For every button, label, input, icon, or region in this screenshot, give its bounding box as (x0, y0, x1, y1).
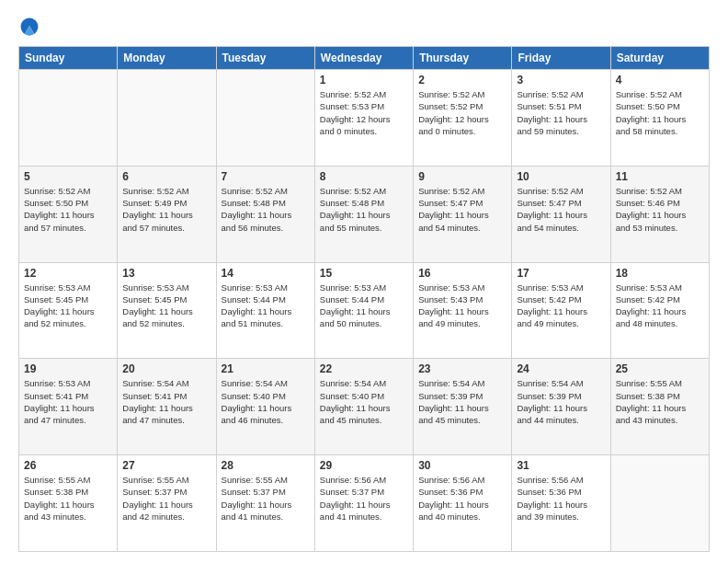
day-cell: 30Sunrise: 5:56 AM Sunset: 5:36 PM Dayli… (414, 455, 512, 552)
day-number: 13 (122, 267, 210, 280)
day-number: 15 (320, 267, 408, 280)
day-cell: 21Sunrise: 5:54 AM Sunset: 5:40 PM Dayli… (216, 359, 314, 455)
day-number: 2 (418, 74, 506, 86)
day-number: 7 (222, 170, 310, 183)
day-number: 24 (517, 362, 605, 375)
day-cell (118, 70, 216, 167)
day-info: Sunrise: 5:55 AM Sunset: 5:38 PM Dayligh… (24, 474, 112, 523)
day-number: 10 (517, 170, 605, 183)
day-number: 27 (122, 459, 210, 472)
calendar-table: SundayMondayTuesdayWednesdayThursdayFrid… (18, 46, 710, 552)
day-cell: 24Sunrise: 5:54 AM Sunset: 5:39 PM Dayli… (512, 359, 610, 455)
week-row-4: 26Sunrise: 5:55 AM Sunset: 5:38 PM Dayli… (19, 455, 710, 552)
day-cell: 23Sunrise: 5:54 AM Sunset: 5:39 PM Dayli… (414, 359, 512, 455)
day-info: Sunrise: 5:52 AM Sunset: 5:49 PM Dayligh… (122, 185, 210, 234)
header-tuesday: Tuesday (216, 47, 314, 70)
day-cell: 20Sunrise: 5:54 AM Sunset: 5:41 PM Dayli… (118, 359, 216, 455)
day-number: 17 (517, 267, 605, 280)
header-saturday: Saturday (610, 47, 709, 70)
day-info: Sunrise: 5:54 AM Sunset: 5:40 PM Dayligh… (320, 377, 408, 426)
day-cell: 10Sunrise: 5:52 AM Sunset: 5:47 PM Dayli… (512, 166, 610, 262)
header-row: SundayMondayTuesdayWednesdayThursdayFrid… (19, 47, 710, 70)
day-info: Sunrise: 5:52 AM Sunset: 5:48 PM Dayligh… (222, 185, 310, 234)
day-info: Sunrise: 5:52 AM Sunset: 5:53 PM Dayligh… (320, 88, 408, 137)
day-info: Sunrise: 5:53 AM Sunset: 5:44 PM Dayligh… (222, 282, 310, 330)
logo (18, 15, 42, 37)
day-cell (19, 70, 118, 167)
day-number: 23 (418, 362, 506, 375)
day-cell: 2Sunrise: 5:52 AM Sunset: 5:52 PM Daylig… (414, 70, 512, 167)
week-row-1: 5Sunrise: 5:52 AM Sunset: 5:50 PM Daylig… (19, 166, 710, 262)
day-cell: 7Sunrise: 5:52 AM Sunset: 5:48 PM Daylig… (216, 166, 314, 262)
day-info: Sunrise: 5:52 AM Sunset: 5:47 PM Dayligh… (517, 185, 605, 234)
header-monday: Monday (118, 47, 216, 70)
day-cell: 4Sunrise: 5:52 AM Sunset: 5:50 PM Daylig… (610, 70, 709, 167)
day-info: Sunrise: 5:56 AM Sunset: 5:36 PM Dayligh… (517, 474, 605, 523)
day-number: 29 (320, 459, 408, 472)
day-number: 9 (418, 170, 506, 183)
day-number: 3 (517, 74, 605, 86)
day-cell: 16Sunrise: 5:53 AM Sunset: 5:43 PM Dayli… (414, 262, 512, 359)
day-number: 30 (418, 459, 506, 472)
header-wednesday: Wednesday (314, 47, 413, 70)
day-info: Sunrise: 5:54 AM Sunset: 5:41 PM Dayligh… (122, 377, 210, 426)
day-number: 4 (616, 74, 704, 86)
day-cell: 18Sunrise: 5:53 AM Sunset: 5:42 PM Dayli… (610, 262, 709, 359)
calendar-page: SundayMondayTuesdayWednesdayThursdayFrid… (0, 0, 728, 563)
day-number: 14 (222, 267, 310, 280)
day-cell: 12Sunrise: 5:53 AM Sunset: 5:45 PM Dayli… (19, 262, 118, 359)
day-cell: 31Sunrise: 5:56 AM Sunset: 5:36 PM Dayli… (512, 455, 610, 552)
week-row-0: 1Sunrise: 5:52 AM Sunset: 5:53 PM Daylig… (19, 70, 710, 167)
day-info: Sunrise: 5:52 AM Sunset: 5:47 PM Dayligh… (418, 185, 506, 234)
day-number: 8 (320, 170, 408, 183)
header-friday: Friday (512, 47, 610, 70)
day-cell (216, 70, 314, 167)
day-cell: 19Sunrise: 5:53 AM Sunset: 5:41 PM Dayli… (19, 359, 118, 455)
day-info: Sunrise: 5:53 AM Sunset: 5:45 PM Dayligh… (24, 282, 112, 330)
day-number: 12 (24, 267, 112, 280)
day-number: 25 (616, 362, 704, 375)
day-number: 5 (24, 170, 112, 183)
day-cell: 28Sunrise: 5:55 AM Sunset: 5:37 PM Dayli… (216, 455, 314, 552)
day-number: 6 (122, 170, 210, 183)
day-cell (610, 455, 709, 552)
day-cell: 3Sunrise: 5:52 AM Sunset: 5:51 PM Daylig… (512, 70, 610, 167)
day-cell: 27Sunrise: 5:55 AM Sunset: 5:37 PM Dayli… (118, 455, 216, 552)
day-info: Sunrise: 5:53 AM Sunset: 5:42 PM Dayligh… (616, 282, 704, 330)
day-cell: 14Sunrise: 5:53 AM Sunset: 5:44 PM Dayli… (216, 262, 314, 359)
day-info: Sunrise: 5:53 AM Sunset: 5:44 PM Dayligh… (320, 282, 408, 330)
day-info: Sunrise: 5:55 AM Sunset: 5:38 PM Dayligh… (616, 377, 704, 426)
day-number: 1 (320, 74, 408, 86)
calendar-header: SundayMondayTuesdayWednesdayThursdayFrid… (19, 47, 710, 70)
header (18, 15, 710, 37)
day-number: 20 (122, 362, 210, 375)
day-number: 16 (418, 267, 506, 280)
day-info: Sunrise: 5:52 AM Sunset: 5:52 PM Dayligh… (418, 88, 506, 137)
day-cell: 29Sunrise: 5:56 AM Sunset: 5:37 PM Dayli… (314, 455, 413, 552)
logo-icon (18, 15, 40, 37)
day-cell: 22Sunrise: 5:54 AM Sunset: 5:40 PM Dayli… (314, 359, 413, 455)
day-info: Sunrise: 5:53 AM Sunset: 5:42 PM Dayligh… (517, 282, 605, 330)
day-number: 18 (616, 267, 704, 280)
day-info: Sunrise: 5:55 AM Sunset: 5:37 PM Dayligh… (122, 474, 210, 523)
day-info: Sunrise: 5:52 AM Sunset: 5:51 PM Dayligh… (517, 88, 605, 137)
calendar-body: 1Sunrise: 5:52 AM Sunset: 5:53 PM Daylig… (19, 70, 710, 552)
day-number: 31 (517, 459, 605, 472)
header-thursday: Thursday (414, 47, 512, 70)
day-cell: 26Sunrise: 5:55 AM Sunset: 5:38 PM Dayli… (19, 455, 118, 552)
day-info: Sunrise: 5:53 AM Sunset: 5:45 PM Dayligh… (122, 282, 210, 330)
day-info: Sunrise: 5:54 AM Sunset: 5:40 PM Dayligh… (222, 377, 310, 426)
day-cell: 1Sunrise: 5:52 AM Sunset: 5:53 PM Daylig… (314, 70, 413, 167)
day-number: 28 (222, 459, 310, 472)
day-info: Sunrise: 5:53 AM Sunset: 5:41 PM Dayligh… (24, 377, 112, 426)
day-number: 19 (24, 362, 112, 375)
day-cell: 11Sunrise: 5:52 AM Sunset: 5:46 PM Dayli… (610, 166, 709, 262)
day-info: Sunrise: 5:52 AM Sunset: 5:50 PM Dayligh… (24, 185, 112, 234)
day-info: Sunrise: 5:52 AM Sunset: 5:46 PM Dayligh… (616, 185, 704, 234)
week-row-3: 19Sunrise: 5:53 AM Sunset: 5:41 PM Dayli… (19, 359, 710, 455)
day-info: Sunrise: 5:53 AM Sunset: 5:43 PM Dayligh… (418, 282, 506, 330)
day-info: Sunrise: 5:54 AM Sunset: 5:39 PM Dayligh… (517, 377, 605, 426)
day-number: 22 (320, 362, 408, 375)
day-info: Sunrise: 5:54 AM Sunset: 5:39 PM Dayligh… (418, 377, 506, 426)
day-cell: 9Sunrise: 5:52 AM Sunset: 5:47 PM Daylig… (414, 166, 512, 262)
